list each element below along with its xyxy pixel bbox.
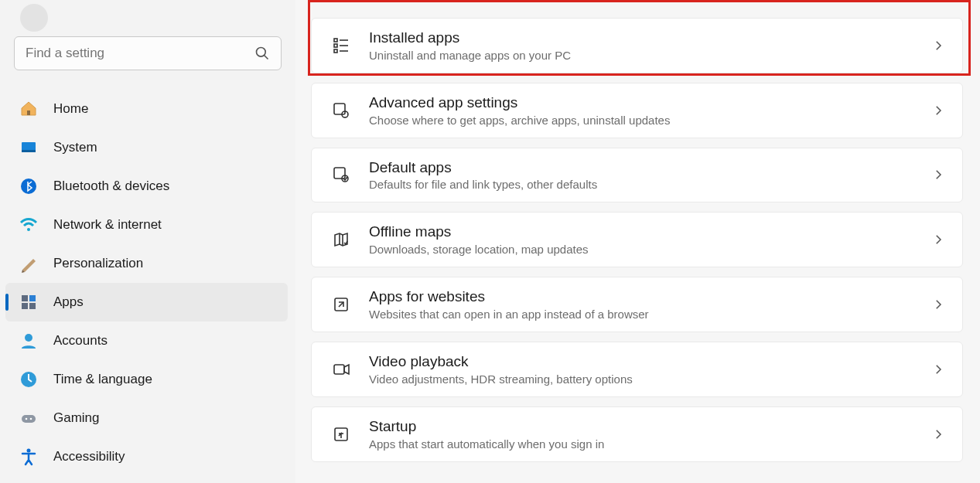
svg-point-0 <box>257 48 266 57</box>
card-subtitle: Uninstall and manage apps on your PC <box>369 49 931 62</box>
sidebar-item-label: System <box>53 140 97 155</box>
bluetooth-icon <box>19 177 38 196</box>
sidebar-item-apps[interactable]: Apps <box>5 283 288 321</box>
sidebar-item-label: Apps <box>53 294 84 310</box>
sidebar-item-gaming[interactable]: Gaming <box>5 399 288 437</box>
card-subtitle: Apps that start automatically when you s… <box>369 437 931 451</box>
svg-rect-7 <box>22 295 28 301</box>
personalization-icon <box>19 254 38 273</box>
svg-line-28 <box>339 302 343 307</box>
svg-rect-21 <box>334 49 337 53</box>
card-subtitle: Websites that can open in an app instead… <box>369 308 931 321</box>
svg-point-5 <box>21 179 36 194</box>
chevron-right-icon <box>931 362 945 376</box>
sidebar-item-label: Accessibility <box>53 449 125 464</box>
main-panel: Installed apps Uninstall and manage apps… <box>295 0 980 483</box>
card-title: Offline maps <box>369 223 931 241</box>
svg-rect-17 <box>334 39 337 42</box>
card-offline-maps[interactable]: Offline maps Downloads, storage location… <box>311 212 963 267</box>
clock-globe-icon <box>19 370 38 389</box>
svg-point-14 <box>26 418 28 420</box>
chevron-right-icon <box>931 168 945 182</box>
advanced-settings-icon <box>329 98 353 123</box>
sidebar-item-time-language[interactable]: Time & language <box>5 360 288 399</box>
card-title: Video playback <box>369 353 931 371</box>
apps-icon <box>19 293 38 311</box>
sidebar-item-personalization[interactable]: Personalization <box>5 244 288 283</box>
card-title: Apps for websites <box>369 288 931 306</box>
video-playback-icon <box>329 357 353 382</box>
chevron-right-icon <box>931 104 945 117</box>
sidebar: Home System Bluetooth & devices Network … <box>0 0 295 483</box>
card-subtitle: Defaults for file and link types, other … <box>369 178 931 191</box>
sidebar-item-label: Home <box>53 101 88 117</box>
card-default-apps[interactable]: Default apps Defaults for file and link … <box>311 148 963 203</box>
svg-rect-2 <box>27 111 30 115</box>
svg-point-15 <box>30 418 32 420</box>
search-icon <box>254 46 270 61</box>
default-apps-icon <box>329 162 353 187</box>
wifi-icon <box>19 216 38 234</box>
accounts-icon <box>19 332 38 350</box>
home-icon <box>19 100 38 118</box>
sidebar-item-label: Personalization <box>53 256 143 271</box>
card-apps-for-websites[interactable]: Apps for websites Websites that can open… <box>311 277 963 332</box>
svg-point-16 <box>27 449 31 453</box>
svg-point-6 <box>27 228 30 231</box>
avatar[interactable] <box>20 4 48 32</box>
sidebar-item-label: Accounts <box>53 333 108 349</box>
accessibility-icon <box>19 447 38 466</box>
svg-rect-23 <box>334 104 345 114</box>
card-title: Default apps <box>369 159 931 177</box>
card-subtitle: Choose where to get apps, archive apps, … <box>369 114 931 127</box>
svg-marker-30 <box>344 365 349 374</box>
sidebar-item-system[interactable]: System <box>5 128 288 167</box>
chevron-right-icon <box>931 298 945 311</box>
svg-point-11 <box>25 334 32 342</box>
card-video-playback[interactable]: Video playback Video adjustments, HDR st… <box>311 342 963 397</box>
sidebar-item-network[interactable]: Network & internet <box>5 206 288 244</box>
svg-rect-9 <box>22 303 28 309</box>
gaming-icon <box>19 409 38 427</box>
installed-apps-icon <box>329 33 353 58</box>
svg-rect-4 <box>22 150 36 152</box>
sidebar-item-label: Network & internet <box>53 217 162 233</box>
chevron-right-icon <box>931 427 945 441</box>
chevron-right-icon <box>931 39 945 53</box>
card-title: Startup <box>369 418 931 436</box>
card-installed-apps[interactable]: Installed apps Uninstall and manage apps… <box>311 18 963 73</box>
svg-rect-13 <box>22 415 36 423</box>
card-title: Advanced app settings <box>369 94 931 112</box>
card-title: Installed apps <box>369 29 931 47</box>
apps-websites-icon <box>329 292 353 317</box>
card-subtitle: Downloads, storage location, map updates <box>369 243 931 256</box>
sidebar-item-label: Time & language <box>53 372 152 387</box>
nav-list: Home System Bluetooth & devices Network … <box>0 90 295 476</box>
sidebar-item-home[interactable]: Home <box>5 90 288 128</box>
sidebar-item-accessibility[interactable]: Accessibility <box>5 437 288 476</box>
svg-rect-29 <box>334 365 344 374</box>
card-subtitle: Video adjustments, HDR streaming, batter… <box>369 372 931 386</box>
startup-icon <box>329 422 353 447</box>
svg-line-1 <box>265 56 268 60</box>
card-advanced-app-settings[interactable]: Advanced app settings Choose where to ge… <box>311 83 963 138</box>
search-input[interactable] <box>14 36 282 70</box>
system-icon <box>19 138 38 157</box>
sidebar-item-label: Bluetooth & devices <box>53 179 169 194</box>
card-startup[interactable]: Startup Apps that start automatically wh… <box>311 406 963 462</box>
svg-rect-25 <box>334 168 345 179</box>
svg-rect-19 <box>334 44 337 47</box>
sidebar-item-label: Gaming <box>53 410 100 426</box>
chevron-right-icon <box>931 233 945 247</box>
search-field[interactable] <box>26 46 254 61</box>
svg-rect-8 <box>29 295 36 301</box>
sidebar-item-bluetooth[interactable]: Bluetooth & devices <box>5 167 288 206</box>
offline-maps-icon <box>329 227 353 252</box>
sidebar-item-accounts[interactable]: Accounts <box>5 321 288 360</box>
svg-rect-10 <box>29 303 36 309</box>
